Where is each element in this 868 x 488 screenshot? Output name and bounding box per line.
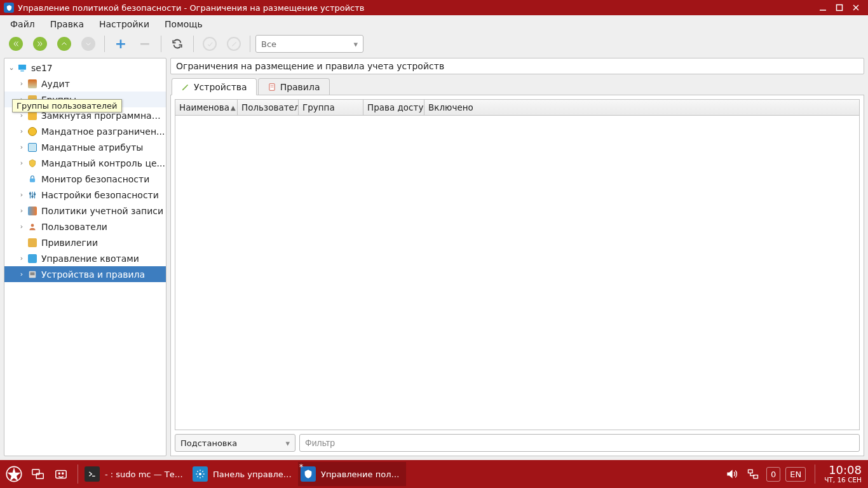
menu-settings[interactable]: Настройки (92, 17, 157, 31)
cancel-button (223, 35, 245, 53)
users-icon (27, 222, 37, 232)
expand-icon[interactable]: › (17, 159, 26, 168)
task-label: - : sudo mc — Тер... (105, 470, 184, 479)
col-label: Группа (302, 102, 335, 112)
nav-tree[interactable]: ⌄ se17 › Аудит › Группы › (4, 60, 166, 282)
tray-clock[interactable]: 10:08 ЧТ, 16 СЕН (824, 464, 862, 484)
refresh-button[interactable] (166, 35, 188, 53)
window-close-button[interactable] (848, 0, 864, 15)
toolbar-separator (104, 36, 105, 52)
section-heading: Ограничения на размещение и правила учет… (170, 58, 864, 74)
col-access[interactable]: Права досту (363, 100, 424, 115)
task-label: Панель управлен... (213, 470, 292, 479)
menu-edit[interactable]: Правка (43, 17, 92, 31)
svg-point-14 (31, 224, 34, 227)
substitution-value: Подстановка (180, 438, 237, 448)
col-enabled[interactable]: Включено (424, 100, 859, 115)
filter-input[interactable] (299, 434, 860, 452)
tree-item-monitor[interactable]: › Монитор безопасности (4, 171, 166, 187)
svg-rect-1 (837, 5, 843, 11)
task-terminal[interactable]: - : sudo mc — Тер... (82, 462, 190, 486)
tree-item-label: Пользователи (41, 222, 107, 232)
tab-devices[interactable]: Устройства (172, 78, 257, 95)
col-label: Права досту (367, 102, 423, 112)
task-label: Управление поли... (321, 470, 400, 479)
volume-icon[interactable] (723, 466, 740, 482)
task-security-app[interactable]: * Управление поли... (298, 462, 406, 486)
keyboard-layout[interactable]: EN (785, 467, 806, 482)
tab-label: Устройства (194, 82, 247, 92)
terminal-icon (85, 466, 100, 482)
expand-icon[interactable]: › (17, 79, 26, 88)
chevron-down-icon: ▾ (353, 39, 358, 49)
chevron-down-icon (81, 37, 95, 51)
tree-item-sec-settings[interactable]: › Настройки безопасности (4, 187, 166, 203)
tree-item-label: Мандатный контроль це... (41, 158, 165, 168)
collapse-icon[interactable]: ⌄ (7, 64, 16, 72)
window-minimize-button[interactable] (815, 0, 831, 15)
privileges-icon (27, 238, 37, 248)
expand-icon[interactable]: › (17, 127, 26, 136)
tree-item-audit[interactable]: › Аудит (4, 76, 166, 92)
devices-icon (27, 269, 37, 280)
tree-item-label: Аудит (41, 79, 70, 89)
expand-icon[interactable]: › (17, 222, 26, 231)
tree-item-label: Мандатное разграничен... (41, 126, 165, 137)
taskbar-separator (815, 464, 815, 484)
col-group[interactable]: Группа (299, 100, 363, 115)
tree-item-privileges[interactable]: › Привилегии (4, 234, 166, 250)
devices-table[interactable]: Наименова ▲ Пользовател Группа Права дос… (175, 99, 860, 430)
tree-item-quotas[interactable]: › Управление квотами (4, 250, 166, 266)
nav-up-button[interactable] (53, 35, 75, 53)
expand-icon[interactable]: › (17, 143, 26, 152)
plus-icon: + (115, 37, 126, 51)
chevron-down-icon: ▾ (285, 438, 290, 448)
notification-count[interactable]: 0 (766, 467, 780, 482)
taskbar: - : sudo mc — Тер... Панель управлен... … (0, 460, 868, 488)
document-icon (268, 83, 276, 92)
expand-icon[interactable]: › (17, 270, 26, 279)
window-maximize-button[interactable] (831, 0, 848, 15)
menu-help[interactable]: Помощь (157, 17, 210, 31)
tree-item-mcontrol[interactable]: › Мандатный контроль це... (4, 155, 166, 171)
task-control-panel[interactable]: Панель управлен... (190, 462, 298, 486)
tree-item-account-policies[interactable]: › Политики учетной записи (4, 203, 166, 219)
computer-icon (17, 63, 27, 73)
tree-item-mand-attrs[interactable]: › Мандатные атрибуты (4, 139, 166, 155)
expand-icon[interactable]: › (17, 254, 26, 263)
tree-item-label: Привилегии (41, 238, 98, 248)
quicklaunch-desktops[interactable] (28, 464, 48, 484)
minus-icon: − (139, 37, 151, 51)
svg-point-12 (32, 196, 33, 197)
nav-forward-all-button[interactable] (29, 35, 51, 53)
tree-item-devices-rules[interactable]: › Устройства и правила (4, 266, 166, 282)
tab-rules[interactable]: Правила (258, 78, 330, 95)
modified-indicator-icon: * (299, 463, 303, 471)
add-button[interactable]: + (110, 35, 132, 53)
svg-rect-5 (18, 64, 26, 69)
expand-icon[interactable]: › (17, 207, 26, 215)
col-name[interactable]: Наименова ▲ (175, 100, 238, 115)
toolbar-separator (193, 36, 194, 52)
tree-item-label: Монитор безопасности (41, 174, 149, 184)
toolbar-filter-combo[interactable]: Все ▾ (255, 35, 363, 53)
tree-item-users[interactable]: › Пользователи (4, 219, 166, 234)
expand-icon[interactable]: › (17, 191, 26, 200)
svg-rect-6 (20, 71, 24, 71)
col-user[interactable]: Пользовател (238, 100, 299, 115)
tree-item-mac[interactable]: › Мандатное разграничен... (4, 123, 166, 139)
menu-file[interactable]: Файл (3, 17, 43, 31)
quicklaunch-files[interactable] (51, 464, 71, 484)
svg-point-11 (29, 193, 31, 194)
substitution-combo[interactable]: Подстановка ▾ (175, 434, 295, 452)
tree-item-label: Мандатные атрибуты (41, 142, 143, 152)
tree-root-node[interactable]: ⌄ se17 (4, 60, 166, 76)
quota-icon (27, 254, 37, 264)
start-button[interactable] (0, 460, 28, 488)
col-label: Наименова (179, 102, 229, 112)
nav-back-all-button[interactable] (5, 35, 27, 53)
svg-line-4 (232, 42, 236, 46)
network-icon[interactable] (745, 466, 761, 482)
shield-icon (27, 158, 37, 168)
double-chevron-left-icon (9, 37, 23, 51)
